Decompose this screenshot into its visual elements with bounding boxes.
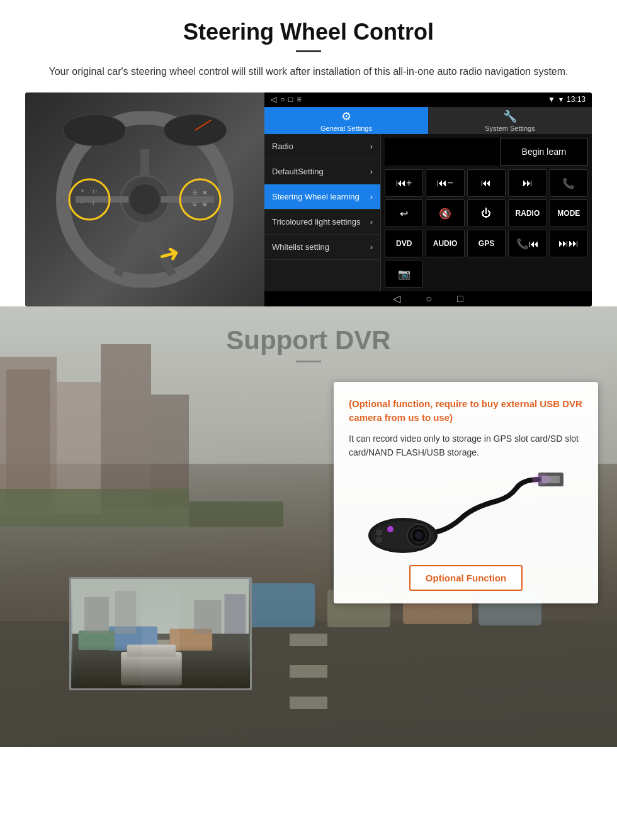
menu-steering-label: Steering Wheel learning bbox=[272, 192, 359, 201]
menu-whitelist-chevron: › bbox=[370, 242, 373, 252]
menu-column: Radio › DefaultSetting › Steering Wheel … bbox=[264, 134, 381, 291]
ctrl-vol-up[interactable]: ⏮+ bbox=[385, 169, 423, 197]
svg-rect-31 bbox=[290, 665, 327, 678]
svg-rect-32 bbox=[290, 697, 327, 709]
steering-section: Steering Wheel Control Your original car… bbox=[0, 0, 617, 306]
svg-rect-30 bbox=[290, 634, 327, 646]
controls-grid-row1: ⏮+ ⏮− ⏮ ⏭ 📞 bbox=[385, 169, 588, 197]
status-time: 13:13 bbox=[567, 95, 586, 104]
menu-item-steering-wheel[interactable]: Steering Wheel learning › bbox=[264, 184, 380, 210]
dvr-title: Support DVR bbox=[0, 325, 617, 356]
ctrl-camera[interactable]: 📷 bbox=[385, 260, 423, 288]
controls-grid-row2: ↩ 🔇 ⏻ RADIO MODE bbox=[385, 199, 588, 227]
menu-item-tricoloured[interactable]: Tricoloured light settings › bbox=[264, 210, 380, 235]
menu-item-whitelist[interactable]: Whitelist setting › bbox=[264, 235, 380, 260]
begin-learn-button[interactable]: Begin learn bbox=[500, 138, 588, 165]
ctrl-back[interactable]: ↩ bbox=[385, 199, 423, 227]
svg-rect-47 bbox=[194, 600, 222, 633]
nav-bar-back[interactable]: ◁ bbox=[393, 293, 400, 305]
menu-whitelist-label: Whitelist setting bbox=[272, 242, 329, 252]
dvr-camera-svg bbox=[359, 469, 573, 557]
dvr-camera-thumbnail bbox=[69, 577, 252, 690]
steering-title: Steering Wheel Control bbox=[25, 19, 592, 45]
svg-rect-45 bbox=[84, 597, 109, 634]
svg-rect-27 bbox=[0, 489, 189, 527]
title-divider bbox=[296, 50, 321, 52]
ctrl-power[interactable]: ⏻ bbox=[467, 199, 506, 227]
svg-rect-25 bbox=[101, 344, 151, 508]
android-tabs: ⚙ General Settings 🔧 System Settings bbox=[264, 107, 592, 134]
android-content: Radio › DefaultSetting › Steering Wheel … bbox=[264, 134, 592, 291]
svg-text:⊕: ⊕ bbox=[203, 201, 207, 207]
tab-general-label: General Settings bbox=[320, 125, 372, 132]
svg-point-57 bbox=[415, 532, 422, 539]
ctrl-phone-prev[interactable]: 📞⏮ bbox=[508, 230, 546, 257]
nav-home-icon: ○ bbox=[280, 95, 285, 104]
dvr-section: Support DVR bbox=[0, 306, 617, 747]
steering-wheel-svg: + - ↑↑ ↓ ☰ ✕ ⊙ ⊕ ➜ bbox=[44, 111, 246, 288]
system-settings-icon: 🔧 bbox=[503, 109, 517, 123]
menu-tricoloured-label: Tricoloured light settings bbox=[272, 217, 360, 227]
tab-system-settings[interactable]: 🔧 System Settings bbox=[428, 107, 592, 134]
svg-rect-41 bbox=[152, 670, 170, 678]
ctrl-next-track[interactable]: ⏭ bbox=[508, 169, 546, 197]
menu-item-default-setting[interactable]: DefaultSetting › bbox=[264, 159, 380, 184]
android-nav-bar: ◁ ○ □ bbox=[264, 291, 592, 306]
tab-general-settings[interactable]: ⚙ General Settings bbox=[264, 107, 428, 134]
svg-text:-: - bbox=[81, 199, 82, 206]
android-statusbar: ◁ ○ □ ≡ ▼ ▾ 13:13 bbox=[264, 92, 592, 107]
ctrl-mute[interactable]: 🔇 bbox=[426, 199, 464, 227]
svg-line-3 bbox=[117, 223, 145, 275]
menu-steering-chevron: › bbox=[370, 192, 373, 201]
controls-column: Begin learn ⏮+ ⏮− ⏮ ⏭ 📞 ↩ 🔇 ⏻ bbox=[381, 134, 592, 291]
svg-rect-46 bbox=[115, 591, 137, 634]
svg-text:➜: ➜ bbox=[155, 237, 183, 269]
menu-item-radio[interactable]: Radio › bbox=[264, 134, 380, 159]
svg-point-61 bbox=[532, 474, 551, 484]
ctrl-radio[interactable]: RADIO bbox=[508, 199, 546, 227]
svg-rect-22 bbox=[0, 357, 57, 514]
svg-rect-40 bbox=[152, 654, 170, 662]
ui-screenshot-panel: + - ↑↑ ↓ ☰ ✕ ⊙ ⊕ ➜ ◁ bbox=[25, 92, 592, 306]
signal-icon: ▼ bbox=[548, 95, 555, 104]
controls-grid-row3: DVD AUDIO GPS 📞⏮ ⏭⏭ bbox=[385, 230, 588, 257]
nav-recents-icon: □ bbox=[288, 95, 293, 104]
svg-rect-48 bbox=[225, 594, 246, 634]
ctrl-phone[interactable]: 📞 bbox=[550, 169, 588, 197]
nav-back-icon: ◁ bbox=[271, 95, 276, 104]
nav-bar-recents[interactable]: □ bbox=[457, 293, 463, 305]
svg-text:⊙: ⊙ bbox=[193, 201, 197, 207]
svg-rect-49 bbox=[121, 652, 182, 685]
ctrl-prev-track[interactable]: ⏮ bbox=[467, 169, 506, 197]
svg-point-58 bbox=[387, 526, 393, 532]
svg-text:↓: ↓ bbox=[92, 199, 95, 206]
ctrl-vol-down[interactable]: ⏮− bbox=[426, 169, 464, 197]
svg-point-6 bbox=[129, 184, 161, 215]
svg-point-60 bbox=[376, 537, 382, 542]
settings-gear-icon: ⚙ bbox=[341, 109, 351, 123]
begin-learn-row: Begin learn bbox=[385, 138, 588, 165]
menu-radio-chevron: › bbox=[370, 142, 373, 151]
svg-rect-23 bbox=[6, 369, 50, 508]
menu-tricoloured-chevron: › bbox=[370, 217, 373, 227]
optional-function-button[interactable]: Optional Function bbox=[409, 565, 523, 591]
ctrl-dvd[interactable]: DVD bbox=[385, 230, 423, 257]
steering-description: Your original car's steering wheel contr… bbox=[25, 64, 592, 80]
svg-rect-50 bbox=[127, 644, 176, 656]
svg-rect-28 bbox=[189, 501, 283, 527]
svg-rect-26 bbox=[151, 395, 189, 508]
ctrl-mode[interactable]: MODE bbox=[550, 199, 588, 227]
svg-text:↑↑: ↑↑ bbox=[92, 188, 98, 194]
svg-rect-24 bbox=[57, 382, 101, 514]
dvr-divider bbox=[296, 361, 321, 362]
ctrl-audio[interactable]: AUDIO bbox=[426, 230, 464, 257]
android-ui: ◁ ○ □ ≡ ▼ ▾ 13:13 ⚙ General Settings 🔧 S… bbox=[264, 92, 592, 306]
nav-bar-home[interactable]: ○ bbox=[426, 293, 432, 305]
dvr-camera-illustration bbox=[349, 469, 583, 557]
dvr-optional-notice: (Optional function, require to buy exter… bbox=[349, 397, 583, 425]
svg-text:☰: ☰ bbox=[193, 190, 197, 196]
dvr-title-area: Support DVR bbox=[0, 306, 617, 362]
ctrl-phone-next[interactable]: ⏭⏭ bbox=[550, 230, 588, 257]
ctrl-gps[interactable]: GPS bbox=[467, 230, 506, 257]
svg-point-59 bbox=[376, 530, 382, 535]
